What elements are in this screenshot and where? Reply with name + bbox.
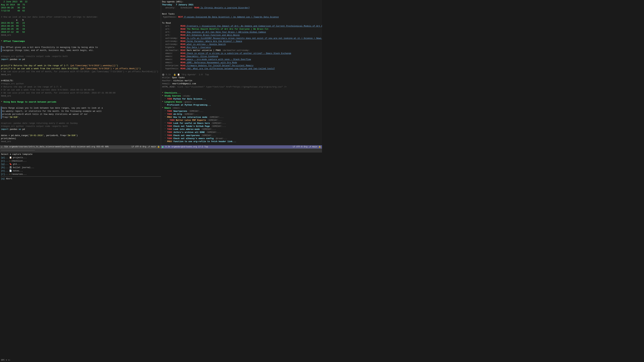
r-line-10: art: READ The Mental Health Benefits of … [162,28,321,31]
minibuffer-header-text: Select a capture template [1,153,321,156]
line-47: #end_src [1,140,160,143]
r-line-18: emacs: READ Check in elisp if a string i… [162,52,321,55]
line-40 [1,119,160,122]
r-line-39: * PROJ How to use interactive mode :SOME… [162,116,321,119]
line-41: #caption: pandas date range returning ev… [1,122,160,125]
r-line-27: #author: nicholas martin [162,79,321,82]
right-status-bar: 9.3k orgmode/gtd/tasks.org 17:2 Top LF U… [161,145,322,148]
capture-item-c[interactable]: [c]... ☑ checklist... [1,160,321,163]
r-line-47: * PROJ function to use org-refile to fet… [162,140,321,143]
abort-line[interactable]: [q] Abort [1,177,321,180]
r-line-29: #HTML_HEAD: <link rel="stylesheet" type=… [162,85,321,88]
r-line-40: * TODO Better Latex PDF Exports :SOMEDAY… [162,119,321,122]
r-line-7 [162,18,321,22]
r-line-43: * TODO Look into abbrev-mode :SOMEDAY:..… [162,128,321,131]
line-8: 2013-06-02 95 22 [1,22,160,25]
label-g: gtd... [13,163,20,166]
line-34: * Using Date Range to search between per… [1,100,160,104]
r-line-41: * TODO Look for useful on Emacs here :SO… [162,122,321,125]
right-extra: 🔒 [318,145,321,148]
label-c: checklist... [12,160,27,163]
r-line-5: Next Tasks [162,12,321,15]
line-28: #+begin_src python [1,82,160,85]
r-line-20: emacs: READ emacs - org-mode capture wit… [162,58,321,61]
r-line-14: astronomy: READ Fermi Paradox: Where Are… [162,40,321,43]
line-16: So Offset gives you a bit more flexibili… [1,46,160,49]
r-line-23: hypothesis: READ FAQ: What are the diffe… [162,67,321,70]
left-buffer-content[interactable]: 2 June 2013 95 22 Aug 29 2014 99 75 2015… [0,0,161,145]
right-path: orgmode/gtd/tasks.org [172,145,197,148]
capture-item-n[interactable]: [n]... 📄 notes... [1,169,321,173]
key-p: [p]... [1,156,8,159]
line-14: * Offset Timestamps [1,40,160,43]
r-line-36: * Emacs :emacs:... [162,107,321,110]
r-line-25: ⬤ 6.1k 🔒 📋 *Org Agenda* 1:0 Top [162,73,321,76]
abort-label: Abort [6,178,12,180]
right-mode: Org [304,145,308,148]
line-15 [1,43,160,46]
minibuffer-content: Select a capture template [p]... 📋 proje… [0,152,322,181]
line-38: provide periods=9 which tells it how man… [1,113,160,116]
r-line-1: Day-agenda (W01): [162,0,321,3]
capture-item-g[interactable]: [g]... 🔖 gtd... [1,163,321,166]
line-11: 2016-07-12 40 62 [1,31,160,34]
line-36: Date Range allows you to look between tw… [1,107,160,110]
label-n: notes... [13,169,23,173]
line-21 [1,61,160,64]
left-percent: 88% [105,145,109,148]
label-p: projects... [13,156,27,159]
left-indicator [1,146,2,148]
r-line-6: hypothesis: NEXT P-values Explained By D… [162,15,321,18]
minibuffer-separator-line: ════════════════════════════ [1,149,35,151]
line-5 [1,12,160,15]
icon-b: 📓 [9,166,12,169]
line-6: # Now we look at how our data looks afte… [1,15,160,18]
r-line-46: * TODO Check out alhassy's emacs config … [162,137,321,140]
r-line-3: anxiety: Scheduled: READ Is Chronic Anxi… [162,6,321,9]
line-7: a b [1,18,160,22]
r-line-44: * TODO Jethro's archive all DONE :SOMEDA… [162,131,321,134]
r-line-17: darkmatter: READ Dark matter universe | … [162,49,321,52]
left-extra: 🔒 [157,145,160,148]
r-line-34: * Longterm Goals :goals:... [162,100,321,104]
line-31: # We can also print out the end of month… [1,91,160,94]
r-line-45: * TODO Check out smartparens :SOMEDAY:..… [162,134,321,137]
line-10: 2015-06-26 36 34 [1,28,160,31]
line-45: dates = pd.date_range('10-01-2016', peri… [1,134,160,137]
r-line-9: art: READ Frontiers | Visualizing the Im… [162,25,321,28]
line-2: Aug 29 2014 99 75 [1,3,160,6]
line-33 [1,97,160,100]
right-indicator [162,146,163,148]
r-line-8: To Read [162,22,321,25]
left-pane: 2 June 2013 95 22 Aug 29 2014 99 75 2015… [0,0,161,148]
r-line-22: enterprise: READ Firmware Updates for In… [162,64,321,67]
line-32: #end_src [1,94,160,97]
label-b: bullet journal... [13,166,34,169]
r-line-28: #email: nmartin84@gmail.com [162,82,321,85]
right-pane: Day-agenda (W01): Thursday 7 January 202… [161,0,322,148]
left-status-bar: 51k orgmode/courses/intro_to_data_scienc… [0,145,161,148]
capture-item-b[interactable]: [b]... 📓 bullet journal... [1,166,321,169]
capture-item-r[interactable]: [r]... ☑ resources... [1,173,321,176]
r-line-15: astronomy: READ what is entropy - Google… [162,43,321,46]
line-43: import pandas as pd [1,128,160,131]
r-line-33: * TODO Python for Data Science... [162,97,321,100]
r-line-24 [162,70,321,73]
line-27: #+RESULTS: [1,79,160,82]
right-buffer-content[interactable]: Day-agenda (W01): Thursday 7 January 202… [161,0,322,145]
icon-c: ☑ [9,160,10,163]
line-12: #end_src [1,34,160,37]
r-line-37: * TODO Smartparens :SOMEDAY:... [162,110,321,113]
right-percent: Top [204,145,208,148]
capture-item-p[interactable]: [p]... 📋 projects... [1,156,321,159]
line-46: print(dates) [1,137,160,140]
r-line-35: * Proficient at Python Programming... [162,104,321,107]
line-20: import pandas as pd [1,58,160,61]
line-37: bi-weekly report, or statistics for the … [1,110,160,113]
left-mode: Org [142,145,146,148]
label-r: resources... [12,173,27,176]
r-line-11: art: READ How looking at Art Can Help Yo… [162,31,321,34]
minibuffer-status-bar: ════════════════════════════ [0,149,322,152]
line-17: recognize things like; end of month, bus… [1,49,160,52]
line-44 [1,131,160,134]
